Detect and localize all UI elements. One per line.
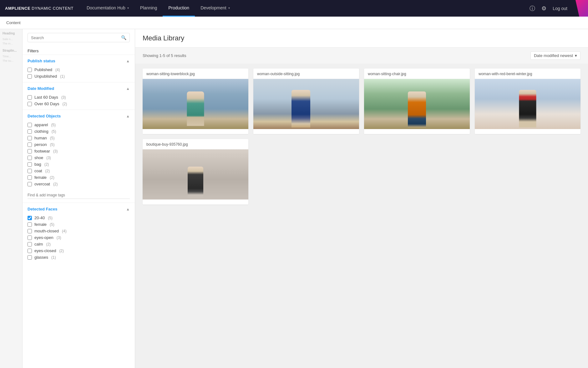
filter-count-person: (5) bbox=[50, 143, 55, 147]
filter-label-glasses: glasses bbox=[34, 255, 48, 260]
checkbox-overcoat[interactable] bbox=[28, 182, 32, 186]
sort-label: Date modified newest bbox=[534, 53, 573, 58]
filter-section-date-modified: Date Modified ▲ Last 60 Days (3) Over 60… bbox=[23, 82, 135, 110]
image-card-2[interactable]: woman-outside-sitting.jpg bbox=[253, 69, 359, 134]
filter-item-clothing[interactable]: clothing (5) bbox=[28, 128, 130, 135]
filter-count-eyes-open: (3) bbox=[57, 236, 61, 240]
search-box[interactable]: 🔍 bbox=[28, 33, 130, 42]
nav-item-production[interactable]: Production bbox=[163, 0, 195, 17]
checkbox-person[interactable] bbox=[28, 143, 32, 147]
filter-count-female-obj: (2) bbox=[50, 175, 54, 180]
main-content: Media Library Showing 1-5 of 5 results D… bbox=[135, 29, 588, 368]
checkbox-shoe[interactable] bbox=[28, 156, 32, 160]
checkbox-20-40[interactable] bbox=[28, 216, 32, 220]
image-preview-2 bbox=[253, 79, 359, 129]
brand-logo[interactable]: AMPLIENCE DYNAMIC CONTENT bbox=[5, 6, 74, 11]
subnav-item-content[interactable]: Content bbox=[5, 20, 22, 25]
filter-label-human: human bbox=[34, 136, 47, 140]
checkbox-apparel[interactable] bbox=[28, 123, 32, 127]
filter-label-calm: calm bbox=[34, 242, 43, 246]
image-grid: woman-sitting-towerblock.jpg woman-outsi… bbox=[135, 64, 588, 368]
filter-count-over-60-days: (2) bbox=[62, 102, 67, 106]
image-preview-5 bbox=[143, 149, 248, 200]
image-filename-3: woman-sitting-chair.jpg bbox=[364, 69, 470, 79]
logout-button[interactable]: Log out bbox=[553, 6, 567, 11]
checkbox-unpublished[interactable] bbox=[28, 74, 32, 79]
filter-items-date-modified: Last 60 Days (3) Over 60 Days (2) bbox=[23, 94, 135, 110]
checkbox-mouth-closed[interactable] bbox=[28, 229, 32, 233]
filter-item-20-40[interactable]: 20-40 (5) bbox=[28, 215, 130, 221]
filter-item-calm[interactable]: calm (2) bbox=[28, 241, 130, 247]
image-filename-1: woman-sitting-towerblock.jpg bbox=[143, 69, 248, 79]
filter-count-last-60-days: (3) bbox=[61, 95, 66, 100]
checkbox-glasses[interactable] bbox=[28, 255, 32, 260]
filter-item-female-face[interactable]: female (5) bbox=[28, 221, 130, 228]
checkbox-last-60-days[interactable] bbox=[28, 95, 32, 100]
filter-item-over-60-days[interactable]: Over 60 Days (2) bbox=[28, 101, 130, 107]
filter-label-over-60-days: Over 60 Days bbox=[34, 101, 59, 106]
filter-item-person[interactable]: person (5) bbox=[28, 141, 130, 148]
image-preview-4 bbox=[475, 79, 580, 129]
tag-input[interactable] bbox=[28, 192, 130, 199]
nav-item-development[interactable]: Development ▾ bbox=[195, 0, 236, 17]
checkbox-eyes-open[interactable] bbox=[28, 236, 32, 240]
image-footer-5 bbox=[143, 200, 248, 205]
help-icon[interactable]: ⓘ bbox=[530, 5, 535, 12]
filter-item-bag[interactable]: bag (2) bbox=[28, 161, 130, 168]
filter-item-footwear[interactable]: footwear (3) bbox=[28, 148, 130, 154]
checkbox-female-obj[interactable] bbox=[28, 175, 32, 180]
filter-header-date-modified[interactable]: Date Modified ▲ bbox=[23, 82, 135, 94]
checkbox-published[interactable] bbox=[28, 68, 32, 72]
checkbox-footwear[interactable] bbox=[28, 149, 32, 153]
checkbox-female-face[interactable] bbox=[28, 222, 32, 227]
filter-label-published: Published bbox=[34, 67, 52, 72]
filter-item-glasses[interactable]: glasses (1) bbox=[28, 254, 130, 261]
checkbox-eyes-closed[interactable] bbox=[28, 249, 32, 253]
checkbox-calm[interactable] bbox=[28, 242, 32, 246]
filter-item-shoe[interactable]: shoe (3) bbox=[28, 154, 130, 161]
filter-item-female[interactable]: female (2) bbox=[28, 174, 130, 181]
filter-label-20-40: 20-40 bbox=[34, 215, 45, 220]
left-panel-text-3: Time... bbox=[3, 55, 20, 58]
filter-collapse-publish-icon: ▲ bbox=[126, 59, 130, 63]
nav-item-documentation-hub[interactable]: Documentation Hub ▾ bbox=[81, 0, 134, 17]
filter-item-eyes-closed[interactable]: eyes-closed (2) bbox=[28, 247, 130, 254]
filter-header-publish-status[interactable]: Publish status ▲ bbox=[23, 55, 135, 66]
nav-right-controls: ⓘ ⚙ Log out bbox=[530, 5, 567, 12]
filter-collapse-date-icon: ▲ bbox=[126, 86, 130, 91]
image-card-5[interactable]: boutique-buy-935760.jpg bbox=[143, 139, 248, 205]
filter-item-overcoat[interactable]: overcoat (2) bbox=[28, 181, 130, 187]
image-preview-1 bbox=[143, 79, 248, 129]
filter-label-person: person bbox=[34, 142, 47, 147]
filter-count-footwear: (3) bbox=[53, 149, 58, 153]
filter-item-mouth-closed[interactable]: mouth-closed (4) bbox=[28, 228, 130, 234]
checkbox-clothing[interactable] bbox=[28, 129, 32, 134]
image-body-3 bbox=[364, 79, 470, 129]
nav-item-planning[interactable]: Planning bbox=[134, 0, 163, 17]
image-card-1[interactable]: woman-sitting-towerblock.jpg bbox=[143, 69, 248, 134]
filter-label-bag: bag bbox=[34, 162, 41, 167]
filter-header-detected-objects[interactable]: Detected Objects ▲ bbox=[23, 110, 135, 122]
checkbox-over-60-days[interactable] bbox=[28, 102, 32, 106]
checkbox-coat[interactable] bbox=[28, 169, 32, 173]
filter-item-human[interactable]: human (5) bbox=[28, 135, 130, 141]
filter-count-human: (5) bbox=[50, 136, 55, 140]
sort-dropdown[interactable]: Date modified newest ▾ bbox=[530, 51, 580, 60]
filter-items-detected-objects: apparel (5) clothing (5) human (5) perso… bbox=[23, 122, 135, 190]
image-card-3[interactable]: woman-sitting-chair.jpg bbox=[364, 69, 470, 134]
filter-item-eyes-open[interactable]: eyes-open (3) bbox=[28, 234, 130, 241]
nav-dropdown-icon: ▾ bbox=[127, 6, 129, 10]
settings-icon[interactable]: ⚙ bbox=[541, 5, 546, 12]
filter-item-coat[interactable]: coat (2) bbox=[28, 168, 130, 174]
filter-item-unpublished[interactable]: Unpublished (1) bbox=[28, 73, 130, 80]
filter-header-detected-faces[interactable]: Detected Faces ▲ bbox=[23, 203, 135, 215]
filter-item-published[interactable]: Published (4) bbox=[28, 66, 130, 73]
filter-item-apparel[interactable]: apparel (5) bbox=[28, 122, 130, 128]
search-input[interactable] bbox=[31, 35, 121, 40]
checkbox-human[interactable] bbox=[28, 136, 32, 140]
checkbox-bag[interactable] bbox=[28, 162, 32, 167]
filter-title-date-modified: Date Modified bbox=[28, 86, 54, 91]
filter-item-last-60-days[interactable]: Last 60 Days (3) bbox=[28, 94, 130, 101]
filter-items-publish-status: Published (4) Unpublished (1) bbox=[23, 66, 135, 82]
image-card-4[interactable]: woman-with-red-beret-winter.jpg bbox=[475, 69, 580, 134]
